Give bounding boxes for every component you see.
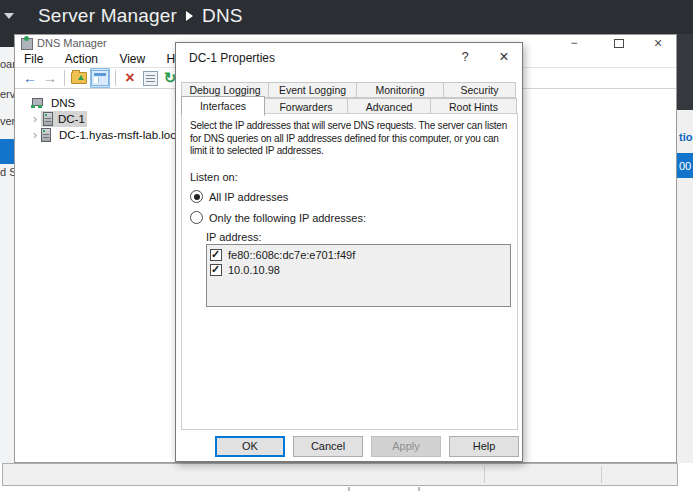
dialog-title: DC-1 Properties bbox=[189, 51, 275, 65]
toolbar-separator bbox=[115, 70, 116, 86]
expander-icon[interactable]: › bbox=[29, 128, 41, 142]
breadcrumb-current[interactable]: DNS bbox=[202, 5, 243, 26]
nav-item-fragment-dashboard[interactable]: oar bbox=[0, 58, 14, 70]
delete-icon[interactable]: × bbox=[121, 69, 139, 87]
listen-on-label: Listen on: bbox=[190, 171, 238, 183]
dialog-help-icon[interactable]: ? bbox=[452, 47, 478, 67]
tree-node-label[interactable]: DC-1 bbox=[58, 113, 85, 125]
server-manager-selected-cell[interactable]: 00 bbox=[677, 153, 693, 178]
ip-list-item[interactable]: fe80::608c:dc7e:e701:f49f bbox=[210, 247, 510, 262]
nav-item-fragment-file-storage[interactable]: d S bbox=[0, 166, 14, 178]
radio-unselected-icon[interactable] bbox=[190, 211, 203, 224]
server-icon bbox=[43, 112, 53, 126]
ok-button[interactable]: OK bbox=[215, 436, 285, 457]
dropdown-caret-icon[interactable] bbox=[4, 13, 14, 19]
minimize-button[interactable]: − bbox=[559, 36, 589, 50]
dialog-close-icon[interactable]: × bbox=[490, 47, 518, 67]
expander-icon[interactable]: › bbox=[29, 112, 41, 126]
radio-selected-icon[interactable] bbox=[190, 190, 203, 203]
menu-file[interactable]: File bbox=[15, 51, 52, 66]
selected-row-highlight[interactable]: DC-1 bbox=[41, 111, 87, 127]
up-level-icon[interactable] bbox=[70, 69, 88, 87]
dns-manager-title: DNS Manager bbox=[37, 37, 107, 49]
radio-label[interactable]: All IP addresses bbox=[209, 191, 288, 203]
ip-list-item[interactable]: 10.0.10.98 bbox=[210, 262, 510, 277]
apply-button[interactable]: Apply bbox=[371, 436, 441, 457]
show-console-tree-icon[interactable] bbox=[90, 68, 110, 88]
server-manager-breadcrumb: Server ManagerDNS bbox=[38, 5, 243, 27]
radio-label[interactable]: Only the following IP addresses: bbox=[209, 212, 366, 224]
tree-node-label[interactable]: DNS bbox=[48, 97, 78, 109]
maximize-button[interactable] bbox=[614, 39, 624, 48]
tree-node-dns-root[interactable]: DNS bbox=[31, 95, 78, 110]
interfaces-tab-panel: Select the IP addresses that will serve … bbox=[181, 113, 518, 430]
status-bar-divider bbox=[601, 466, 602, 483]
checkbox-checked-icon[interactable] bbox=[210, 249, 222, 261]
status-bar-divider bbox=[484, 466, 485, 483]
tab-security[interactable]: Security bbox=[443, 82, 516, 98]
checkbox-checked-icon[interactable] bbox=[210, 264, 222, 276]
forward-icon[interactable]: → bbox=[41, 69, 59, 87]
dc1-properties-dialog: DC-1 Properties ? × Debug Logging Event … bbox=[175, 42, 523, 462]
tab-event-logging[interactable]: Event Logging bbox=[268, 82, 357, 98]
tab-monitoring[interactable]: Monitoring bbox=[356, 82, 444, 98]
dns-manager-icon bbox=[21, 38, 33, 50]
breadcrumb-arrow-icon bbox=[186, 11, 193, 21]
window-edge-mark bbox=[348, 487, 350, 491]
breadcrumb-app-title[interactable]: Server Manager bbox=[38, 5, 177, 26]
tree-node-label[interactable]: DC-1.hyas-msft-lab.local bbox=[56, 129, 188, 141]
server-manager-link-fragment[interactable]: tio bbox=[679, 131, 692, 143]
properties-icon[interactable] bbox=[141, 69, 159, 87]
nav-item-selected-dns[interactable] bbox=[0, 139, 14, 164]
ip-address-listbox[interactable]: fe80::608c:dc7e:e701:f49f 10.0.10.98 bbox=[206, 244, 511, 307]
interfaces-description: Select the IP addresses that will serve … bbox=[190, 120, 512, 158]
ip-value: fe80::608c:dc7e:e701:f49f bbox=[228, 249, 355, 261]
help-button[interactable]: Help bbox=[449, 436, 519, 457]
nav-item-fragment-all-servers[interactable]: ver bbox=[0, 115, 14, 127]
ip-value: 10.0.10.98 bbox=[228, 264, 280, 276]
back-icon[interactable]: ← bbox=[21, 69, 39, 87]
ip-address-label: IP address: bbox=[206, 231, 261, 243]
server-manager-dark-pane-sliver bbox=[677, 34, 693, 110]
cancel-button[interactable]: Cancel bbox=[293, 436, 363, 457]
selected-cell-text: 00 bbox=[679, 160, 691, 172]
nav-header-notch bbox=[0, 34, 14, 47]
menu-action[interactable]: Action bbox=[56, 51, 107, 66]
server-manager-nav-sliver: oar erv ver d S bbox=[0, 34, 14, 463]
tree-node-dc1-fqdn[interactable]: › DC-1.hyas-msft-lab.local bbox=[29, 127, 188, 142]
server-icon bbox=[41, 128, 51, 142]
toolbar-separator bbox=[64, 70, 65, 86]
window-edge-mark bbox=[418, 487, 420, 491]
dialog-button-row: OK Cancel Apply Help bbox=[176, 436, 519, 457]
radio-only-following[interactable]: Only the following IP addresses: bbox=[190, 211, 366, 224]
nav-item-fragment-local-server[interactable]: erv bbox=[0, 88, 14, 100]
tree-node-dc1[interactable]: › DC-1 bbox=[29, 111, 87, 126]
tab-interfaces[interactable]: Interfaces bbox=[181, 96, 265, 116]
menu-view[interactable]: View bbox=[110, 51, 154, 66]
close-button[interactable]: × bbox=[643, 36, 673, 50]
dns-root-icon bbox=[31, 98, 43, 108]
server-manager-header: Server ManagerDNS bbox=[0, 0, 693, 34]
tab-strip: Debug Logging Event Logging Monitoring S… bbox=[181, 82, 519, 116]
radio-all-ip-addresses[interactable]: All IP addresses bbox=[190, 190, 288, 203]
status-bar bbox=[2, 463, 678, 486]
